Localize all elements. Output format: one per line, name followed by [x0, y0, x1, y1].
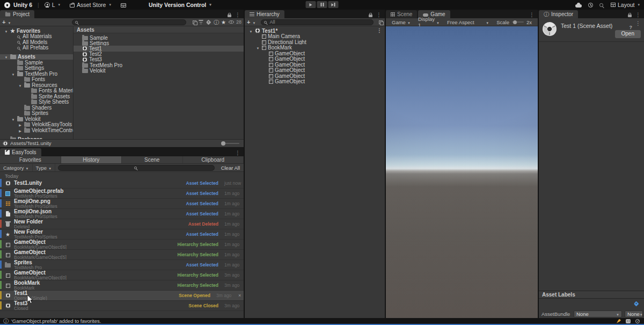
clear-all-button[interactable]: Clear All	[217, 165, 244, 171]
create-asset-button[interactable]	[2, 19, 5, 25]
subtab[interactable]: History	[61, 156, 122, 163]
tree-item[interactable]: Resources	[0, 82, 73, 88]
scale-slider[interactable]	[512, 21, 524, 23]
tree-item[interactable]: Fonts	[0, 77, 73, 82]
asset-store-menu[interactable]: Asset Store	[70, 2, 111, 8]
kebab-menu-icon[interactable]	[529, 13, 535, 17]
kebab-menu-icon[interactable]	[377, 28, 382, 33]
tree-item[interactable]: Assets	[0, 54, 73, 60]
tree-item[interactable]: Sprite Assets	[0, 93, 73, 99]
history-item[interactable]: GameObject BookMark/GameObject[0] Hierar…	[0, 270, 244, 280]
foldout-arrow[interactable]	[11, 71, 16, 76]
hierarchy-item[interactable]: GameObject	[245, 50, 385, 56]
display-target-dropdown[interactable]: Game	[388, 18, 414, 26]
slider-thumb[interactable]	[221, 141, 225, 146]
foldout-arrow[interactable]	[4, 136, 9, 139]
collab-brush-icon[interactable]	[617, 319, 621, 323]
pause-button[interactable]	[317, 1, 327, 8]
category-dropdown[interactable]: Category	[0, 164, 33, 171]
global-search-icon[interactable]	[599, 3, 603, 7]
history-item[interactable]: New Folder TextMesh Pro/Sprites Asset Se…	[0, 229, 244, 240]
project-search-input[interactable]	[72, 19, 186, 25]
play-button[interactable]	[306, 1, 316, 8]
hierarchy-search-input[interactable]: All	[261, 19, 374, 25]
thumbnail-size-slider[interactable]	[221, 143, 239, 144]
history-item[interactable]: Test1.unity Asset Selected just now	[0, 178, 244, 189]
hierarchy-item[interactable]: GameObject	[245, 62, 385, 67]
asset-item[interactable]: Velokit	[74, 68, 244, 73]
hierarchy-item[interactable]: GameObject	[245, 73, 385, 78]
tree-item[interactable]: Style Sheets	[0, 99, 73, 105]
open-in-window-icon[interactable]	[379, 20, 383, 24]
subtab[interactable]: Clipboard	[183, 156, 244, 163]
lock-icon[interactable]	[228, 15, 231, 17]
filter-by-label-icon[interactable]	[206, 19, 211, 25]
history-item[interactable]: EmojiOne.png TextMesh Pro/Sprites Asset …	[0, 199, 244, 209]
lock-icon[interactable]	[369, 15, 372, 17]
assetbundle-dropdown[interactable]: None	[574, 310, 622, 317]
kebab-menu-icon[interactable]	[235, 13, 240, 17]
history-item[interactable]: BookMark BookMark Hierarchy Selected 3m …	[0, 280, 244, 291]
hierarchy-item[interactable]: Main Camera	[245, 34, 385, 39]
info-icon[interactable]	[214, 19, 219, 25]
tab-hierarchy[interactable]: Hierarchy	[245, 10, 284, 18]
create-object-button[interactable]	[247, 19, 250, 25]
close-icon[interactable]	[238, 293, 244, 298]
kebab-menu-icon[interactable]	[635, 13, 641, 17]
slider-thumb[interactable]	[513, 20, 517, 24]
tab-scene[interactable]: Scene	[386, 10, 417, 18]
console-icon[interactable]	[626, 319, 631, 323]
hierarchy-item[interactable]: GameObject	[245, 56, 385, 62]
tab-easytools[interactable]: EasyTools	[0, 148, 41, 156]
tree-item[interactable]: Settings	[0, 66, 73, 71]
package-manager-button[interactable]	[121, 3, 126, 8]
foldout-arrow[interactable]	[248, 28, 253, 33]
hierarchy-item[interactable]: Test1*	[245, 28, 385, 33]
layout-dropdown[interactable]: Layout	[611, 2, 640, 8]
hierarchy-item[interactable]: GameObject	[245, 68, 385, 73]
label-tag-icon[interactable]	[634, 301, 639, 307]
asset-item[interactable]: Settings	[74, 40, 244, 46]
history-item[interactable]: GameObject.prefab TextMesh Pro/Sprites A…	[0, 189, 244, 199]
tree-item[interactable]: VelokitTimeControl	[0, 127, 73, 133]
tree-item[interactable]: All Models	[0, 39, 73, 45]
subtab[interactable]: Favorites	[0, 156, 61, 163]
lock-icon[interactable]	[628, 15, 632, 17]
tree-item[interactable]: VelokitEasyTools	[0, 122, 73, 127]
cloud-services-icon[interactable]	[575, 4, 582, 8]
asset-item[interactable]: Sample	[74, 35, 244, 40]
asset-item[interactable]: Test2	[74, 52, 244, 57]
asset-item[interactable]: TextMesh Pro	[74, 62, 244, 68]
foldout-arrow[interactable]	[18, 82, 23, 88]
tree-item[interactable]: Sprites	[0, 111, 73, 116]
tree-item[interactable]: Velokit	[0, 116, 73, 121]
tree-item[interactable]: Fonts & Materials	[0, 88, 73, 93]
kebab-menu-icon[interactable]	[235, 151, 240, 155]
foldout-arrow[interactable]	[11, 116, 16, 121]
foldout-arrow[interactable]	[18, 122, 23, 127]
open-in-window-icon[interactable]	[193, 20, 196, 24]
progress-check-icon[interactable]	[635, 319, 640, 323]
game-viewport[interactable]	[386, 26, 538, 318]
tab-inspector[interactable]: Inspector	[539, 10, 578, 18]
chevron-down-icon[interactable]	[252, 19, 255, 25]
assetbundle-variant-dropdown[interactable]: None	[625, 310, 643, 317]
version-control-menu[interactable]: Unity Version Control	[149, 2, 211, 8]
history-item[interactable]: Test1 Opened (Single) Scene Opened 3m ag…	[0, 291, 244, 301]
asset-item[interactable]: Test3	[74, 57, 244, 62]
type-dropdown[interactable]: Type	[33, 164, 56, 171]
history-item[interactable]: GameObject BookMark/GameObject[5] Hierar…	[0, 250, 244, 260]
eye-icon[interactable]	[229, 20, 234, 24]
history-item[interactable]: GameObject BookMark/GameObject[6] Hierar…	[0, 240, 244, 250]
history-item[interactable]: New Folder Deleted Asset Deleted 1m ago	[0, 219, 244, 229]
foldout-arrow[interactable]	[4, 54, 9, 60]
history-item[interactable]: Test3 Closed Scene Closed 3m ago	[0, 301, 244, 311]
favorites-filter-icon[interactable]	[221, 19, 226, 25]
filter-by-type-icon[interactable]	[199, 20, 203, 24]
hierarchy-item[interactable]: Directional Light	[245, 39, 385, 45]
tree-item[interactable]: TextMesh Pro	[0, 71, 73, 76]
kebab-menu-icon[interactable]	[376, 13, 382, 17]
display-dropdown[interactable]: Display 1	[414, 18, 443, 26]
foldout-arrow[interactable]	[18, 127, 23, 133]
hierarchy-item[interactable]: GameObject	[245, 79, 385, 84]
